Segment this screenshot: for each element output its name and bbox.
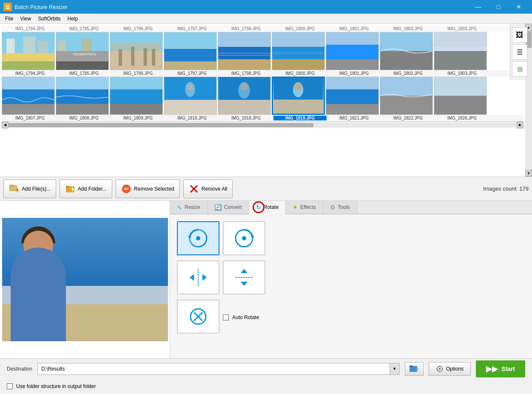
fname-1808: IMG_1808.JPG [57, 116, 111, 120]
fname-1826: IMG_1826.JPG [435, 116, 489, 120]
reset-rotation-button[interactable] [177, 300, 219, 334]
options-button[interactable]: Options [429, 362, 471, 376]
svg-rect-29 [272, 60, 324, 70]
svg-rect-40 [2, 77, 54, 89]
fname-top: IMG_1795.JPG [57, 26, 111, 31]
remove-all-icon [189, 184, 199, 194]
fname-1807: IMG_1807.JPG [3, 116, 57, 120]
remove-all-button[interactable]: Remove All [183, 180, 233, 198]
footer-row: Use folder structure in output folder [0, 379, 532, 394]
fname-1801: IMG_1801.JPG [327, 71, 381, 76]
menu-bar: File View SoftOrbits Help [0, 14, 532, 24]
add-files-button[interactable]: Add File(s)... [3, 180, 56, 198]
svg-rect-43 [56, 77, 108, 89]
svg-rect-17 [144, 48, 147, 66]
tab-rotate-label: Rotate [264, 204, 279, 210]
svg-rect-5 [38, 41, 48, 53]
bottom-bar: Destination ▼ Options ▶▶ Start [0, 358, 532, 379]
main-content: ⤡ Resize 🔄 Convert ↻ Rotate ✦ Effects ⚙ … [0, 201, 532, 358]
h-scroll-track[interactable] [9, 123, 517, 127]
thumb-img1795[interactable]: ПОСМОТРЕТЬ [56, 32, 109, 70]
svg-rect-8 [56, 61, 108, 70]
flip-vertical-button[interactable] [223, 260, 265, 294]
image-row-2 [2, 77, 523, 115]
scroll-right-btn[interactable]: ▶ [517, 122, 523, 128]
folder-structure-label: Use folder structure in output folder [16, 383, 96, 389]
tools-tab-icon: ⚙ [330, 204, 336, 211]
destination-browse-button[interactable] [405, 362, 424, 376]
svg-rect-66 [434, 77, 486, 96]
thumb-img1818[interactable] [218, 77, 271, 115]
start-button[interactable]: ▶▶ Start [476, 360, 525, 377]
options-label: Options [446, 366, 464, 372]
thumb-img1797[interactable] [164, 32, 217, 70]
remove-all-label: Remove All [202, 186, 228, 192]
rotate-tab-highlight: ↻ [256, 204, 261, 211]
list-view-btn[interactable]: ☰ [512, 44, 527, 60]
tab-convert[interactable]: 🔄 Convert [208, 201, 249, 214]
tab-rotate[interactable]: ↻ Rotate [249, 201, 286, 214]
thumb-img1794[interactable] [2, 32, 55, 70]
fname-1795: IMG_1795.JPG [57, 71, 111, 76]
maximize-button[interactable]: □ [489, 0, 508, 14]
svg-text:ПОСМОТРЕТЬ: ПОСМОТРЕТЬ [73, 52, 97, 56]
tab-effects[interactable]: ✦ Effects [286, 201, 323, 214]
add-folder-button[interactable]: Add Folder... [60, 180, 112, 198]
thumb-img1816[interactable] [164, 77, 217, 115]
thumb-img1822[interactable] [380, 77, 433, 115]
thumbnail-view-btn[interactable]: 🖼 [512, 27, 527, 43]
thumb-img1819[interactable] [272, 77, 325, 115]
svg-rect-3 [6, 39, 15, 53]
remove-selected-button[interactable]: Remove Selected [116, 180, 180, 198]
thumb-img1798[interactable] [218, 32, 271, 70]
grid-view-btn[interactable]: ⊞ [512, 61, 527, 77]
svg-rect-16 [131, 47, 134, 66]
preview-panel [0, 201, 170, 358]
destination-dropdown-btn[interactable]: ▼ [390, 363, 400, 375]
svg-rect-22 [218, 32, 270, 47]
auto-rotate-label: Auto Rotate [232, 314, 259, 320]
rotate-buttons-row1 [177, 221, 525, 255]
scroll-left-btn[interactable]: ◀ [2, 122, 9, 128]
thumb-img1801[interactable] [326, 32, 379, 70]
thumb-img1809[interactable] [110, 77, 163, 115]
menu-file[interactable]: File [2, 15, 17, 23]
auto-rotate-checkbox[interactable] [223, 314, 229, 320]
thumb-img1796[interactable] [110, 32, 163, 70]
destination-input[interactable] [37, 363, 400, 375]
svg-rect-61 [326, 77, 378, 89]
tab-tools[interactable]: ⚙ Tools [323, 201, 357, 214]
tab-resize[interactable]: ⤡ Resize [170, 201, 208, 214]
menu-help[interactable]: Help [64, 15, 82, 23]
flip-horizontal-button[interactable] [177, 260, 219, 294]
thumb-img1800[interactable] [272, 32, 325, 70]
remove-selected-label: Remove Selected [134, 186, 174, 192]
folder-structure-checkbox[interactable] [7, 383, 13, 389]
add-folder-label: Add Folder... [78, 186, 107, 192]
thumb-img1808[interactable] [56, 77, 109, 115]
tab-effects-label: Effects [300, 204, 316, 210]
minimize-button[interactable]: — [468, 0, 488, 14]
sidebar-view-icons: 🖼 ☰ ⊞ [510, 24, 525, 80]
svg-rect-44 [56, 89, 108, 104]
rotate-cw-button[interactable] [223, 221, 265, 255]
thumb-img1821[interactable] [326, 77, 379, 115]
svg-rect-20 [164, 49, 216, 61]
window-controls: — □ ✕ [468, 0, 529, 14]
h-scrollbar[interactable]: ◀ ▶ [2, 121, 523, 128]
destination-label: Destination [7, 366, 32, 372]
close-button[interactable]: ✕ [509, 0, 529, 14]
menu-softorbits[interactable]: SoftOrbits [34, 15, 64, 23]
fname-1818: IMG_1818.JPG [219, 116, 273, 120]
thumb-img1802[interactable] [380, 32, 433, 70]
thumb-img1807[interactable] [2, 77, 55, 115]
svg-marker-84 [188, 236, 191, 238]
convert-tab-icon: 🔄 [214, 204, 222, 211]
svg-point-60 [294, 83, 302, 91]
thumb-img1803[interactable] [434, 32, 487, 70]
h-scroll-thumb[interactable] [9, 123, 313, 127]
menu-view[interactable]: View [17, 15, 34, 23]
scroll-down-btn[interactable]: ▼ [525, 170, 532, 177]
rotate-ccw-button[interactable] [177, 221, 219, 255]
thumb-img1826[interactable] [434, 77, 487, 115]
